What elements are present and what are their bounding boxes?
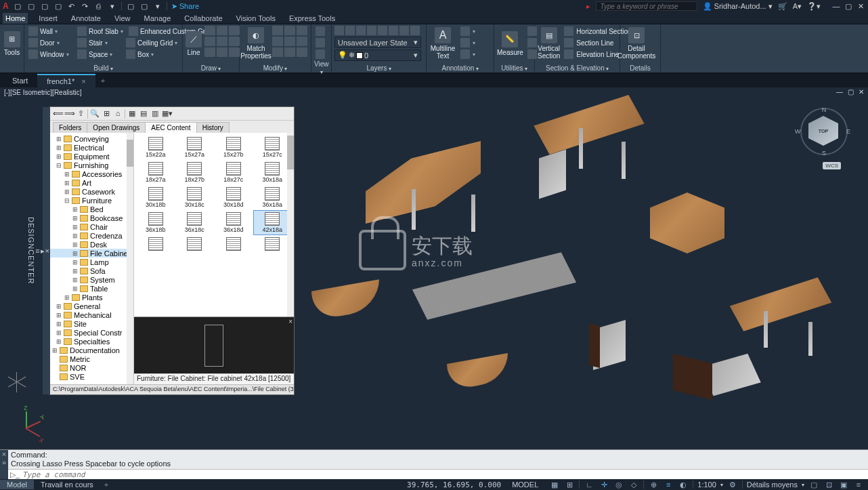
cmd-handle[interactable]: ×» (0, 450, 8, 479)
panel-modify-label[interactable]: Modify (242, 64, 308, 73)
clean-icon[interactable]: ▣ (838, 480, 849, 489)
tree-node-sve[interactable]: SVE (50, 372, 133, 381)
build-stair[interactable]: Stair▾ (77, 38, 121, 47)
qat-undo-icon[interactable]: ↶ (67, 1, 77, 11)
lineweight-icon[interactable]: ≡ (663, 480, 674, 489)
thumb-18x27b[interactable]: 18x27b (176, 161, 214, 184)
palette-content[interactable]: 15x22a15x27a15x27b15x27c18x27a18x27b18x2… (134, 133, 294, 317)
ribbon-tab-annotate[interactable]: Annotate (68, 13, 104, 24)
tree-node-table[interactable]: ⊞Table (50, 284, 133, 293)
tree-node-chair[interactable]: ⊞Chair (50, 222, 133, 231)
tree-node-system[interactable]: ⊞System (50, 275, 133, 284)
file-tab-start[interactable]: Start (3, 75, 37, 87)
pal-fav-icon[interactable]: ⊞ (102, 109, 111, 119)
multiline-text-button[interactable]: AMultiline Text (429, 26, 456, 61)
qat-dropdown-icon[interactable]: ▾ (108, 1, 117, 11)
qat-redo-icon[interactable]: ↷ (81, 1, 90, 11)
tree-node-sofa[interactable]: ⊞Sofa (50, 266, 133, 275)
osnap-icon[interactable]: ◎ (613, 480, 624, 489)
polar-icon[interactable]: ✛ (599, 480, 609, 489)
palette-tab-aec-content[interactable]: AEC Content (145, 122, 196, 133)
panel-layers-label[interactable]: Layers (334, 64, 423, 73)
minimize-button[interactable]: — (831, 2, 841, 11)
thumb-18x27c[interactable]: 18x27c (215, 161, 253, 184)
thumb-36x18b[interactable]: 36x18b (137, 211, 175, 234)
layer-current-dropdown[interactable]: 💡❄0▾ (334, 49, 421, 61)
qat-match-icon[interactable]: ▢ (139, 1, 149, 11)
furniture-hex-box[interactable] (650, 192, 724, 253)
detail-components-button[interactable]: ⊡Detail Components (623, 26, 650, 61)
layout-add-button[interactable]: + (100, 480, 112, 489)
tree-node-furniture[interactable]: ⊟Furniture (50, 196, 133, 205)
thumb-30x18a[interactable]: 30x18a (254, 161, 292, 184)
palette-menu-icon[interactable]: ≡ (35, 247, 40, 255)
command-input[interactable] (20, 470, 868, 479)
3dosnap-icon[interactable]: ◇ (628, 480, 639, 489)
cart-icon[interactable]: 🛒 (778, 2, 787, 11)
ortho-icon[interactable]: ∟ (584, 480, 594, 489)
thumb-18x27a[interactable]: 18x27a (137, 161, 175, 184)
tree-node-file-cabinet[interactable]: ⊞File Cabinet (50, 249, 133, 258)
qat-layer-icon[interactable]: ▢ (126, 1, 135, 11)
snap-icon[interactable]: ⊞ (564, 480, 575, 489)
thumb-36x18a[interactable]: 36x18a (254, 186, 292, 209)
layer-state-dropdown[interactable]: Unsaved Layer State▾ (334, 37, 421, 48)
thumb-42x18a[interactable]: 42x18a (254, 211, 292, 234)
pal-view-icon[interactable]: ▦▾ (162, 109, 171, 119)
vp-close-icon[interactable]: ✕ (857, 88, 865, 96)
qat-print-icon[interactable]: ⎙ (94, 1, 104, 11)
layer-props-icon[interactable] (334, 26, 344, 35)
thumb-15x27c[interactable]: 15x27c (254, 136, 292, 159)
tree-node-bookcase[interactable]: ⊞Bookcase (50, 213, 133, 222)
tree-node-specialties[interactable]: ⊞Specialties (50, 337, 133, 346)
transparency-icon[interactable]: ◐ (678, 480, 689, 489)
preview-close-icon[interactable]: × (288, 318, 292, 325)
search-input[interactable] (596, 1, 697, 11)
viewcube[interactable]: TOP NSEW (800, 108, 848, 155)
dyn-input-icon[interactable]: ⊕ (648, 480, 659, 489)
ribbon-tab-collaborate[interactable]: Collaborate (181, 13, 225, 24)
file-tab-new[interactable]: + (95, 75, 110, 87)
pal-back-icon[interactable]: ⟸ (53, 109, 62, 119)
thumb-36x18d[interactable]: 36x18d (215, 211, 253, 234)
qat-dropdown2-icon[interactable]: ▾ (153, 1, 162, 11)
viewport-label[interactable]: [-][SE Isometric][Realistic] (3, 88, 83, 97)
panel-draw-label[interactable]: Draw (186, 64, 236, 73)
panel-section-label[interactable]: Section & Elevation (538, 64, 617, 73)
tree-node-conveying[interactable]: ⊞Conveying (50, 134, 133, 143)
ribbon-tab-manage[interactable]: Manage (142, 13, 174, 24)
hardware-icon[interactable]: ⊡ (823, 480, 834, 489)
ribbon-tab-express-tools[interactable]: Express Tools (286, 13, 338, 24)
file-tab-french1[interactable]: french1*× (37, 74, 95, 87)
qat-saveas-icon[interactable]: ▢ (53, 1, 63, 11)
build-door[interactable]: Door▾ (28, 38, 72, 47)
close-button[interactable]: ✕ (856, 2, 865, 11)
build-window[interactable]: Window▾ (28, 49, 72, 59)
tree-node-site[interactable]: ⊞Site (50, 319, 133, 328)
pal-search-icon[interactable]: 🔍 (90, 109, 100, 119)
thumb-blank[interactable] (176, 236, 214, 253)
qat-new-icon[interactable]: ▢ (13, 1, 22, 11)
build-box[interactable]: Box▾ (126, 49, 169, 59)
pal-preview-icon[interactable]: ▤ (139, 109, 148, 119)
tree-node-credenza[interactable]: ⊞Credenza (50, 231, 133, 240)
pal-home-icon[interactable]: ⌂ (113, 109, 123, 119)
thumb-15x27a[interactable]: 15x27a (176, 136, 214, 159)
panel-annotation-label[interactable]: Annotation (429, 64, 491, 73)
apps-icon[interactable]: A▾ (793, 2, 802, 11)
detail-level[interactable]: Détails moyens (747, 481, 798, 489)
tree-node-general[interactable]: ⊞General (50, 302, 133, 310)
thumb-15x22a[interactable]: 15x22a (137, 136, 175, 159)
tree-node-desk[interactable]: ⊞Desk (50, 240, 133, 249)
tree-node-bed[interactable]: ⊞Bed (50, 205, 133, 213)
content-scrollbar[interactable] (287, 133, 294, 317)
tree-node-nor[interactable]: NOR (50, 363, 133, 372)
build-space[interactable]: Space▾ (77, 49, 121, 59)
tools-button[interactable]: ⊞Tools (3, 26, 21, 61)
build-wall[interactable]: Wall▾ (28, 26, 72, 36)
ribbon-tab-vision-tools[interactable]: Vision Tools (234, 13, 278, 24)
wcs-badge[interactable]: WCS (823, 162, 841, 169)
ucs-icon[interactable] (12, 409, 46, 443)
tree-node-lamp[interactable]: ⊞Lamp (50, 258, 133, 266)
customize-icon[interactable]: ≡ (853, 480, 864, 489)
